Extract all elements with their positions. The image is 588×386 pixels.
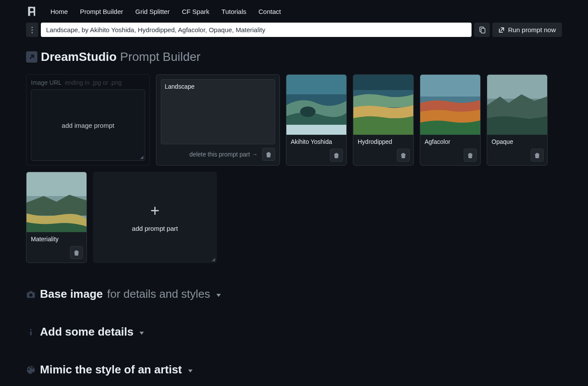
nav-cf-spark[interactable]: CF Spark [182,8,209,15]
svg-rect-15 [487,75,547,99]
arrow-up-right-icon [29,54,35,60]
nav-prompt-builder[interactable]: Prompt Builder [80,8,123,15]
prompt-part-card: Hydrodipped [353,74,414,166]
nav-grid-splitter[interactable]: Grid Splitter [135,8,169,15]
page-title: DreamStudio Prompt Builder [26,50,562,64]
kebab-icon [31,27,33,33]
svg-rect-17 [27,172,86,196]
delete-button[interactable] [464,149,477,162]
svg-rect-5 [481,28,485,33]
prompt-part-label: Akihito Yoshida [286,135,346,149]
resize-handle-icon [140,156,143,159]
trash-icon [467,152,473,158]
svg-point-3 [31,32,33,33]
trash-icon [73,250,80,256]
content: DreamStudio Prompt Builder Image URL end… [0,41,588,385]
section-title-rest: for details and styles [107,287,210,301]
section-title-bold: Add some details [40,325,133,339]
prompt-part-card: Agfacolor [420,74,481,166]
prompt-cards: Image URL ending in .jpg or .png add ima… [26,74,562,166]
run-prompt-button[interactable]: Run prompt now [492,23,562,37]
image-url-label: Image URL [31,79,61,86]
title-sub: Prompt Builder [120,50,200,64]
svg-rect-13 [420,75,480,96]
caret-down-icon [188,369,193,373]
delete-button[interactable] [397,149,410,162]
copy-button[interactable] [474,23,490,37]
section-base-image[interactable]: Base image for details and styles [26,287,562,301]
svg-point-8 [300,106,316,117]
image-url-hint: ending in .jpg or .png [65,79,122,86]
run-prompt-label: Run prompt now [508,26,556,33]
external-link-icon [498,27,505,33]
logo-icon [26,5,38,17]
svg-rect-0 [34,7,36,16]
svg-rect-9 [286,125,346,135]
svg-rect-7 [286,75,346,94]
image-url-card: Image URL ending in .jpg or .png add ima… [26,74,150,166]
trash-icon [534,152,540,158]
svg-point-2 [31,29,33,30]
palette-icon [26,365,36,375]
caret-down-icon [216,294,221,297]
trash-icon [400,152,406,158]
info-icon [26,327,36,337]
plus-icon: + [150,203,159,219]
delete-button[interactable] [531,149,544,162]
caret-down-icon [140,332,144,335]
navbar: Home Prompt Builder Grid Splitter CF Spa… [0,0,588,23]
nav-contact[interactable]: Contact [259,8,281,15]
trash-icon [333,152,339,158]
title-main: DreamStudio [41,50,116,64]
prompt-part-textarea[interactable] [161,79,275,144]
text-prompt-card: delete this prompt part → [156,74,280,166]
prompt-part-label: Opaque [487,135,547,149]
prompt-part-card: Materiality [26,172,87,263]
section-mimic-artist[interactable]: Mimic the style of an artist [26,363,562,376]
thumbnail [420,75,480,135]
delete-button[interactable] [70,246,83,259]
nav-tutorials[interactable]: Tutorials [222,8,246,15]
delete-prompt-part-button[interactable] [262,148,275,161]
svg-point-1 [31,27,33,28]
external-link-badge[interactable] [26,51,37,63]
add-prompt-part-label: add prompt part [132,225,178,232]
nav-home[interactable]: Home [50,8,68,15]
prompt-part-label: Materiality [27,232,86,246]
prompt-cards-row2: Materiality + add prompt part [26,172,562,263]
thumbnail [487,75,547,135]
svg-rect-19 [30,331,32,335]
add-prompt-part-button[interactable]: + add prompt part [93,172,217,263]
add-image-prompt-button[interactable]: add image prompt [31,90,145,161]
trash-icon [266,151,272,157]
thumbnail [353,75,413,135]
prompt-menu-button[interactable] [26,23,38,37]
section-title-bold: Mimic the style of an artist [40,363,182,376]
section-add-details[interactable]: Add some details [26,325,562,339]
prompt-bar: Run prompt now [0,23,588,41]
prompt-part-card: Opaque [487,74,548,166]
thumbnail [286,75,346,135]
delete-button[interactable] [330,149,343,162]
delete-prompt-part-label[interactable]: delete this prompt part → [189,151,258,158]
copy-icon [478,27,485,33]
prompt-part-card: Akihito Yoshida [286,74,347,166]
section-title-bold: Base image [40,287,103,301]
svg-rect-11 [353,75,413,90]
camera-icon [26,290,36,299]
svg-point-18 [30,329,32,330]
prompt-part-label: Agfacolor [420,135,480,149]
thumbnail [27,172,86,232]
prompt-part-label: Hydrodipped [353,135,413,149]
prompt-input[interactable] [41,23,472,37]
add-image-prompt-label: add image prompt [62,122,114,129]
resize-handle-icon [212,258,215,261]
